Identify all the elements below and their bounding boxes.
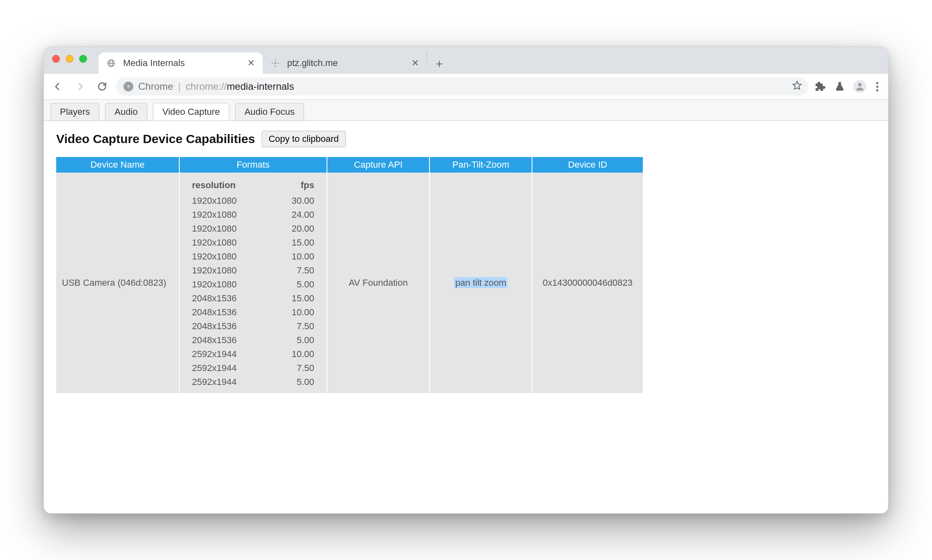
format-resolution: 2592x1944 — [182, 347, 268, 361]
origin-chip: Chrome — [138, 81, 173, 92]
menu-button[interactable] — [874, 82, 881, 91]
chrome-icon — [123, 82, 133, 91]
format-resolution: 2048x1536 — [182, 333, 268, 347]
table-header[interactable]: Formats — [179, 157, 327, 173]
media-tab-video-capture[interactable]: Video Capture — [153, 103, 229, 121]
window-controls — [52, 55, 87, 63]
format-fps: 10.00 — [268, 305, 324, 319]
format-row: 1920x108024.00 — [182, 208, 324, 222]
format-fps: 7.50 — [268, 361, 324, 375]
reload-button[interactable] — [94, 78, 110, 95]
format-resolution: 1920x1080 — [182, 264, 268, 278]
format-fps: 15.00 — [268, 291, 324, 305]
window-close-button[interactable] — [52, 55, 60, 63]
table-header[interactable]: Pan-Tilt-Zoom — [429, 157, 532, 173]
media-tab-players[interactable]: Players — [50, 103, 99, 121]
format-fps: 7.50 — [268, 264, 324, 278]
svg-point-7 — [858, 83, 862, 87]
forward-button[interactable] — [72, 78, 88, 95]
media-tab-audio[interactable]: Audio — [105, 103, 147, 121]
format-resolution: 1920x1080 — [182, 250, 268, 264]
format-row: 1920x10807.50 — [182, 264, 324, 278]
format-resolution: 1920x1080 — [182, 222, 268, 236]
format-row: 1920x10805.00 — [182, 278, 324, 291]
browser-tab-0[interactable]: Media Internals ✕ — [98, 52, 263, 74]
bookmark-button[interactable] — [792, 80, 802, 93]
format-fps: 15.00 — [268, 236, 324, 250]
format-resolution: 1920x1080 — [182, 194, 268, 208]
globe-icon — [106, 58, 116, 68]
svg-point-6 — [278, 63, 279, 64]
window-minimize-button[interactable] — [66, 55, 73, 63]
tab-strip: Media Internals ✕ ptz.glitch.me ✕ — [44, 47, 888, 74]
formats-table: resolution fps 1920x108030.001920x108024… — [182, 177, 324, 389]
table-row: USB Camera (046d:0823) resolution fps 19… — [56, 173, 643, 393]
profile-button[interactable] — [853, 80, 866, 93]
format-row: 1920x108010.00 — [182, 250, 324, 264]
copy-to-clipboard-button[interactable]: Copy to clipboard — [262, 131, 346, 147]
format-row: 2592x19447.50 — [182, 361, 324, 375]
format-fps: 5.00 — [268, 375, 324, 389]
format-row: 2592x19445.00 — [182, 375, 324, 389]
svg-point-5 — [272, 63, 273, 64]
format-row: 1920x108020.00 — [182, 222, 324, 236]
format-resolution: 1920x1080 — [182, 278, 268, 291]
format-fps: 24.00 — [268, 208, 324, 222]
format-fps: 20.00 — [268, 222, 324, 236]
address-bar[interactable]: Chrome | chrome://media-internals — [116, 77, 808, 96]
device-id-cell: 0x14300000046d0823 — [532, 173, 643, 393]
close-icon[interactable]: ✕ — [411, 59, 419, 67]
close-icon[interactable]: ✕ — [247, 59, 255, 67]
format-row: 1920x108015.00 — [182, 236, 324, 250]
format-row: 2048x15365.00 — [182, 333, 324, 347]
browser-toolbar: Chrome | chrome://media-internals — [44, 74, 888, 100]
ptz-cell: pan tilt zoom — [429, 173, 532, 393]
svg-point-4 — [275, 66, 276, 67]
format-fps: 10.00 — [268, 347, 324, 361]
ptz-highlight: pan tilt zoom — [454, 277, 508, 288]
format-resolution: 2048x1536 — [182, 291, 268, 305]
format-fps: 5.00 — [268, 333, 324, 347]
browser-tab-title: Media Internals — [123, 58, 240, 68]
table-header[interactable]: Capture API — [327, 157, 429, 173]
table-header[interactable]: Device ID — [532, 157, 643, 173]
svg-point-2 — [274, 62, 276, 64]
format-row: 2048x15367.50 — [182, 319, 324, 333]
format-fps: 5.00 — [268, 278, 324, 291]
back-button[interactable] — [50, 78, 66, 95]
media-internals-tabs: PlayersAudioVideo CaptureAudio Focus — [44, 100, 888, 121]
format-resolution: 1920x1080 — [182, 236, 268, 250]
formats-header-fps: fps — [268, 177, 324, 194]
format-row: 2592x194410.00 — [182, 347, 324, 361]
format-row: 1920x108030.00 — [182, 194, 324, 208]
format-fps: 30.00 — [268, 194, 324, 208]
format-row: 2048x153610.00 — [182, 305, 324, 319]
new-tab-button[interactable] — [430, 55, 448, 73]
labs-button[interactable] — [834, 80, 846, 93]
svg-point-3 — [275, 59, 276, 61]
format-resolution: 2592x1944 — [182, 361, 268, 375]
page-content: Video Capture Device Capabilities Copy t… — [44, 121, 888, 403]
format-row: 2048x153615.00 — [182, 291, 324, 305]
page-title: Video Capture Device Capabilities — [56, 132, 255, 146]
site-icon — [270, 58, 281, 68]
browser-window: Media Internals ✕ ptz.glitch.me ✕ Chrome — [43, 46, 889, 514]
table-header[interactable]: Device Name — [56, 157, 179, 173]
formats-cell: resolution fps 1920x108030.001920x108024… — [179, 173, 327, 393]
toolbar-actions — [814, 80, 881, 93]
browser-tab-title: ptz.glitch.me — [287, 58, 404, 68]
format-fps: 10.00 — [268, 250, 324, 264]
media-tab-audio-focus[interactable]: Audio Focus — [235, 103, 304, 121]
format-fps: 7.50 — [268, 319, 324, 333]
format-resolution: 2048x1536 — [182, 319, 268, 333]
omnibox-separator: | — [178, 81, 180, 92]
window-maximize-button[interactable] — [79, 55, 87, 63]
capture-api-cell: AV Foundation — [327, 173, 429, 393]
format-resolution: 1920x1080 — [182, 208, 268, 222]
tab-separator — [427, 52, 427, 65]
device-name-cell: USB Camera (046d:0823) — [56, 173, 179, 393]
extensions-button[interactable] — [814, 80, 826, 93]
browser-tab-1[interactable]: ptz.glitch.me ✕ — [263, 52, 427, 74]
omnibox-url: chrome://media-internals — [186, 81, 294, 92]
formats-header-res: resolution — [182, 177, 268, 194]
